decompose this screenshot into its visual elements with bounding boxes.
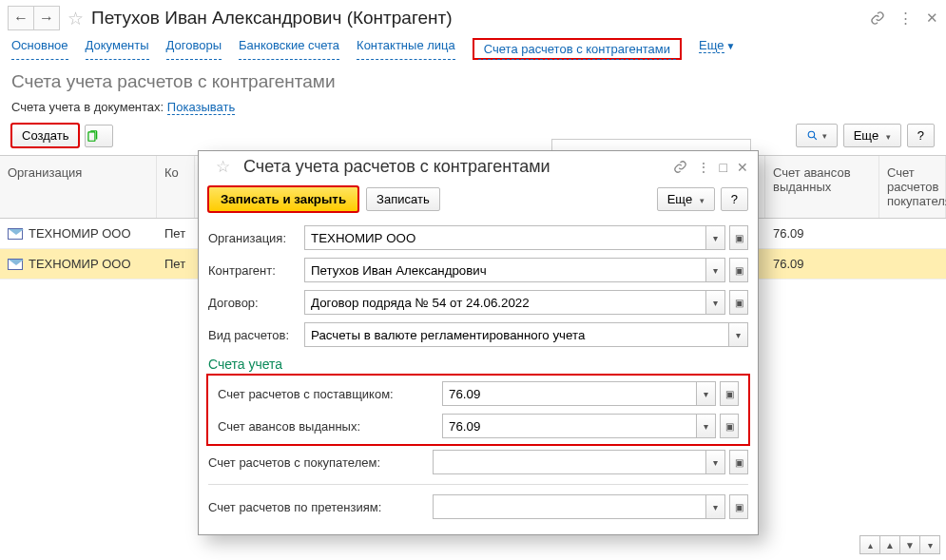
scroll-up-icon[interactable]: ▲ bbox=[879, 535, 900, 554]
kebab-menu-icon[interactable]: ⋮ bbox=[898, 10, 913, 27]
tab-bar: Основное Документы Договоры Банковские с… bbox=[0, 34, 946, 66]
supplier-label: Счет расчетов с поставщиком: bbox=[218, 387, 436, 401]
scroll-down-icon[interactable]: ▼ bbox=[899, 535, 920, 554]
buyer-input[interactable] bbox=[433, 450, 706, 474]
dropdown-icon[interactable]: ▾ bbox=[706, 290, 725, 315]
field-buyer-account: Счет расчетов с покупателем: ▾ ▣ bbox=[199, 446, 758, 478]
cell-buyer bbox=[879, 219, 946, 248]
cell-org: ТЕХНОМИР ООО bbox=[0, 249, 157, 279]
more-button[interactable]: Еще ▾ bbox=[843, 124, 901, 147]
forward-button[interactable]: → bbox=[33, 6, 60, 30]
field-organization: Организация: ▾ ▣ bbox=[199, 222, 758, 254]
tab-more[interactable]: Еще▼ bbox=[699, 38, 735, 60]
app-window: БухЭксперт База ответов по учету в 1С ← … bbox=[0, 0, 946, 560]
accounts-section-header: Счета учета bbox=[199, 351, 758, 374]
dropdown-icon[interactable]: ▾ bbox=[706, 225, 725, 250]
accounts-toggle-line: Счета учета в документах: Показывать bbox=[0, 100, 946, 124]
open-icon[interactable]: ▣ bbox=[729, 225, 748, 250]
dropdown-icon[interactable]: ▾ bbox=[697, 381, 716, 406]
modal-help-button[interactable]: ? bbox=[721, 187, 748, 211]
tab-contracts[interactable]: Договоры bbox=[166, 38, 222, 60]
field-advance-account: Счет авансов выданных: ▾ ▣ bbox=[208, 410, 748, 442]
dropdown-icon[interactable]: ▾ bbox=[697, 414, 716, 438]
contract-label: Договор: bbox=[208, 296, 299, 310]
contragent-input[interactable] bbox=[304, 258, 706, 282]
help-button[interactable]: ? bbox=[907, 124, 935, 147]
search-button[interactable]: ▾ bbox=[796, 124, 838, 147]
open-icon[interactable]: ▣ bbox=[729, 258, 748, 282]
kebab-menu-icon[interactable]: ⋮ bbox=[697, 160, 710, 175]
favorite-star-icon[interactable]: ☆ bbox=[68, 8, 84, 29]
toggle-action-link[interactable]: Показывать bbox=[167, 100, 235, 115]
close-icon[interactable]: ✕ bbox=[737, 160, 748, 175]
open-icon[interactable]: ▣ bbox=[720, 381, 739, 406]
tab-accounts[interactable]: Счета расчетов с контрагентами bbox=[478, 39, 676, 60]
calctype-label: Вид расчетов: bbox=[208, 328, 299, 342]
cell-advance: 76.09 bbox=[765, 219, 879, 248]
tab-bank-accounts[interactable]: Банковские счета bbox=[239, 38, 339, 60]
chevron-down-icon: ▼ bbox=[726, 41, 736, 51]
open-icon[interactable]: ▣ bbox=[720, 414, 739, 438]
close-icon[interactable]: ✕ bbox=[926, 10, 938, 27]
envelope-icon bbox=[8, 228, 23, 240]
tab-contacts[interactable]: Контактные лица bbox=[357, 38, 455, 60]
maximize-icon[interactable]: □ bbox=[720, 160, 727, 175]
cell-buyer bbox=[879, 249, 946, 279]
header-actions: ⋮ ✕ bbox=[870, 10, 938, 27]
tab-main[interactable]: Основное bbox=[11, 38, 68, 60]
calctype-input[interactable] bbox=[304, 322, 729, 347]
modal-title: Счета учета расчетов с контрагентами bbox=[243, 157, 550, 177]
create-button[interactable]: Создать bbox=[11, 124, 79, 147]
scroll-top-icon[interactable]: ▴ bbox=[859, 535, 880, 554]
modal-more-button[interactable]: Еще ▾ bbox=[657, 187, 715, 211]
modal-toolbar: Записать и закрыть Записать Еще ▾ ? bbox=[199, 183, 758, 222]
modal-header-actions: ⋮ □ ✕ bbox=[673, 160, 748, 175]
dropdown-icon[interactable]: ▾ bbox=[706, 258, 725, 282]
header: ← → ☆ Петухов Иван Александрович (Контра… bbox=[0, 0, 946, 34]
section-title: Счета учета расчетов с контрагентами bbox=[0, 66, 946, 100]
envelope-icon bbox=[8, 259, 23, 270]
col-organization[interactable]: Организация bbox=[0, 156, 157, 218]
advance-label: Счет авансов выданных: bbox=[218, 419, 436, 434]
page-title: Петухов Иван Александрович (Контрагент) bbox=[91, 8, 453, 29]
claims-label: Счет расчетов по претензиям: bbox=[208, 500, 427, 514]
favorite-star-icon[interactable]: ☆ bbox=[216, 157, 230, 177]
cell-k: Пет bbox=[157, 249, 195, 279]
chevron-down-icon: ▾ bbox=[700, 196, 705, 205]
toolbar-right: ▾ Еще ▾ ? bbox=[796, 124, 935, 147]
open-icon[interactable]: ▣ bbox=[729, 290, 748, 315]
tab-more-label: Еще bbox=[699, 38, 724, 53]
col-counterparty[interactable]: Ко bbox=[157, 156, 195, 218]
divider bbox=[208, 484, 748, 485]
open-icon[interactable]: ▣ bbox=[729, 450, 748, 474]
save-button[interactable]: Записать bbox=[366, 187, 440, 211]
dropdown-icon[interactable]: ▾ bbox=[706, 494, 725, 519]
cell-org-text: ТЕХНОМИР ООО bbox=[29, 226, 131, 241]
scroll-bottom-icon[interactable]: ▾ bbox=[919, 535, 940, 554]
contract-input[interactable] bbox=[304, 290, 706, 315]
svg-rect-0 bbox=[88, 131, 95, 140]
tab-documents[interactable]: Документы bbox=[86, 38, 149, 60]
org-input[interactable] bbox=[304, 225, 706, 250]
link-icon[interactable] bbox=[673, 160, 687, 175]
supplier-input[interactable] bbox=[442, 381, 697, 406]
contragent-label: Контрагент: bbox=[208, 263, 299, 278]
field-supplier-account: Счет расчетов с поставщиком: ▾ ▣ bbox=[208, 377, 748, 410]
org-label: Организация: bbox=[208, 231, 299, 245]
claims-input[interactable] bbox=[433, 494, 706, 519]
col-advance-account[interactable]: Счет авансов выданных bbox=[765, 156, 879, 218]
dropdown-icon[interactable]: ▾ bbox=[706, 450, 725, 474]
advance-input[interactable] bbox=[442, 414, 697, 438]
dropdown-icon[interactable]: ▾ bbox=[729, 322, 748, 347]
back-button[interactable]: ← bbox=[8, 6, 34, 30]
field-calc-type: Вид расчетов: ▾ bbox=[199, 319, 758, 351]
open-icon[interactable]: ▣ bbox=[729, 494, 748, 519]
save-and-close-button[interactable]: Записать и закрыть bbox=[208, 186, 358, 212]
scroll-controls: ▴ ▲ ▼ ▾ bbox=[860, 535, 940, 554]
copy-button[interactable] bbox=[85, 125, 113, 147]
field-counterparty: Контрагент: ▾ ▣ bbox=[199, 254, 758, 286]
field-contract: Договор: ▾ ▣ bbox=[199, 286, 758, 319]
col-buyer-account[interactable]: Счет расчетов покупателя bbox=[879, 156, 946, 218]
modal-header: ☆ Счета учета расчетов с контрагентами ⋮… bbox=[199, 151, 758, 183]
link-icon[interactable] bbox=[870, 10, 885, 26]
